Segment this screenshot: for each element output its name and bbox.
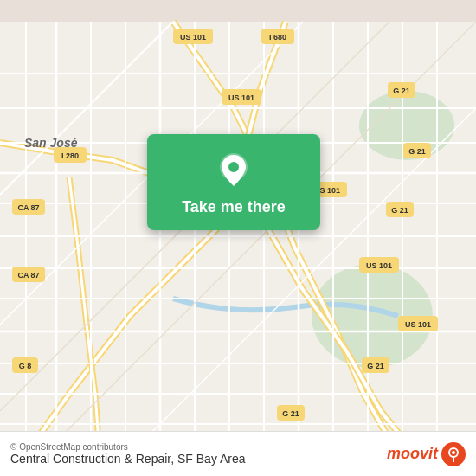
moovit-logo: moovit (387, 442, 466, 466)
svg-text:G 21: G 21 (282, 409, 299, 418)
svg-text:I 280: I 280 (61, 151, 79, 160)
svg-text:US 101: US 101 (228, 93, 254, 102)
svg-text:G 21: G 21 (408, 147, 426, 156)
svg-text:CA 87: CA 87 (17, 271, 39, 280)
svg-text:G 21: G 21 (391, 206, 408, 215)
take-me-there-card[interactable]: Take me there (147, 134, 320, 230)
svg-point-67 (452, 451, 455, 454)
bottom-bar: © OpenStreetMap contributors Central Con… (0, 431, 476, 476)
svg-text:US 101: US 101 (366, 261, 392, 270)
moovit-logo-icon (441, 442, 466, 466)
moovit-logo-text: moovit (387, 445, 438, 463)
svg-point-65 (228, 162, 239, 172)
take-me-there-button[interactable]: Take me there (182, 198, 286, 216)
svg-text:G 21: G 21 (367, 362, 384, 370)
svg-text:San José: San José (24, 136, 78, 150)
svg-text:G 8: G 8 (19, 362, 32, 370)
map-container: US 101 I 680 US 101 I 280 CA 87 CA 87 G … (0, 0, 476, 476)
location-name: Central Construction & Repair, SF Bay Ar… (10, 452, 246, 466)
map-svg: US 101 I 680 US 101 I 280 CA 87 CA 87 G … (0, 0, 476, 476)
svg-text:G 21: G 21 (393, 87, 410, 95)
svg-text:CA 87: CA 87 (17, 203, 39, 212)
svg-text:US 101: US 101 (405, 320, 431, 329)
svg-text:I 680: I 680 (269, 33, 286, 42)
svg-text:US 101: US 101 (180, 33, 206, 42)
copyright-text: © OpenStreetMap contributors (10, 442, 246, 452)
bottom-bar-left: © OpenStreetMap contributors Central Con… (10, 442, 246, 466)
location-pin-icon (215, 151, 253, 190)
